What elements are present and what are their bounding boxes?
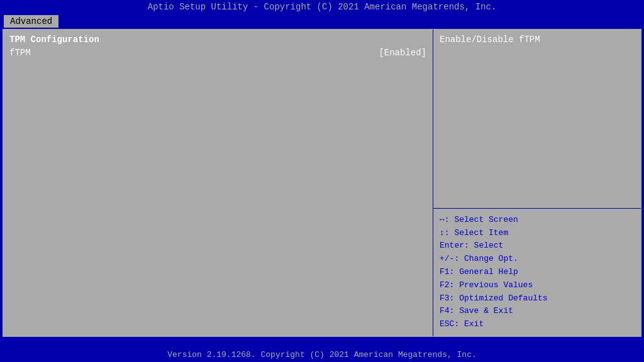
config-row-ftpm[interactable]: fTPM [Enabled] (9, 47, 426, 58)
footer-text: Version 2.19.1268. Copyright (C) 2021 Am… (167, 350, 476, 359)
shortcut-line: ↔: Select Screen (440, 214, 635, 227)
shortcut-line: ↕: Select Item (440, 227, 635, 240)
shortcut-line: F3: Optimized Defaults (440, 292, 635, 305)
section-title: TPM Configuration (9, 35, 426, 45)
shortcut-line: F2: Previous Values (440, 279, 635, 292)
shortcut-line: Enter: Select (440, 239, 635, 253)
config-key-ftpm: fTPM (9, 48, 31, 58)
tab-advanced-label: Advanced (10, 16, 52, 26)
help-text-area: Enable/Disable fTPM (433, 30, 641, 209)
right-panel: Enable/Disable fTPM ↔: Select Screen↕: S… (433, 30, 641, 336)
tab-bar: Advanced (0, 14, 644, 28)
footer: Version 2.19.1268. Copyright (C) 2021 Am… (0, 348, 644, 362)
title-bar: Aptio Setup Utility - Copyright (C) 2021… (0, 0, 644, 14)
shortcuts-area: ↔: Select Screen↕: Select ItemEnter: Sel… (433, 209, 641, 336)
shortcut-line: F4: Save & Exit (440, 305, 635, 318)
main-area: TPM Configuration fTPM [Enabled] Enable/… (3, 29, 641, 337)
tab-advanced[interactable]: Advanced (4, 15, 58, 28)
shortcut-line: +/-: Change Opt. (440, 253, 635, 266)
shortcut-line: ESC: Exit (440, 318, 635, 331)
left-panel: TPM Configuration fTPM [Enabled] (3, 30, 433, 336)
title-text: Aptio Setup Utility - Copyright (C) 2021… (148, 2, 497, 12)
help-description: Enable/Disable fTPM (440, 35, 540, 45)
shortcut-line: F1: General Help (440, 266, 635, 279)
config-value-ftpm: [Enabled] (379, 48, 426, 58)
